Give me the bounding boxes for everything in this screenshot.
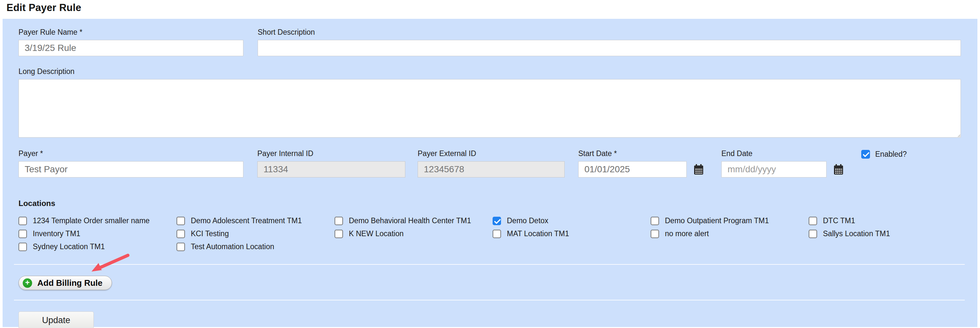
- location-checkbox[interactable]: [177, 230, 185, 238]
- location-checkbox[interactable]: [493, 217, 501, 225]
- location-label: KCI Testing: [191, 229, 229, 238]
- location-label: 1234 Template Order smaller name: [33, 217, 150, 225]
- location-checkbox[interactable]: [177, 217, 185, 225]
- locations-checkbox-grid: 1234 Template Order smaller name Demo Ad…: [19, 217, 961, 251]
- end-date-label: End Date: [721, 149, 843, 158]
- location-checkbox-item[interactable]: KCI Testing: [177, 229, 329, 238]
- add-billing-rule-button[interactable]: + Add Billing Rule: [19, 276, 112, 290]
- payer-field: Payer *: [19, 149, 243, 177]
- location-label: Demo Behavioral Health Center TM1: [349, 217, 471, 225]
- location-label: MAT Location TM1: [507, 229, 569, 238]
- location-checkbox[interactable]: [651, 230, 659, 238]
- payer-rule-name-label: Payer Rule Name *: [19, 28, 243, 37]
- payer-rule-name-field: Payer Rule Name *: [19, 28, 243, 56]
- payer-internal-id-field: Payer Internal ID: [257, 149, 405, 177]
- short-description-field: Short Description: [258, 28, 961, 56]
- payer-details-row: Payer * Payer Internal ID Payer External…: [19, 149, 961, 177]
- location-label: K NEW Location: [349, 229, 404, 238]
- location-checkbox[interactable]: [19, 243, 27, 251]
- location-checkbox-item[interactable]: Sydney Location TM1: [19, 242, 171, 251]
- location-label: Inventory TM1: [33, 229, 81, 238]
- location-label: DTC TM1: [823, 217, 855, 225]
- end-date-calendar-icon[interactable]: [834, 164, 843, 175]
- location-checkbox-item[interactable]: MAT Location TM1: [493, 229, 645, 238]
- location-checkbox[interactable]: [19, 217, 27, 225]
- name-description-row: Payer Rule Name * Short Description: [19, 28, 961, 56]
- enabled-checkbox[interactable]: [861, 150, 870, 159]
- location-checkbox[interactable]: [19, 230, 27, 238]
- payer-input[interactable]: [19, 161, 243, 177]
- location-checkbox[interactable]: [334, 230, 343, 238]
- page-title: Edit Payer Rule: [6, 2, 980, 14]
- payer-internal-id-label: Payer Internal ID: [257, 149, 405, 158]
- location-checkbox[interactable]: [177, 243, 185, 251]
- add-billing-rule-label: Add Billing Rule: [37, 278, 103, 288]
- enabled-label: Enabled?: [875, 150, 907, 159]
- short-description-label: Short Description: [258, 28, 961, 37]
- edit-payer-rule-panel: Payer Rule Name * Short Description Long…: [3, 19, 977, 327]
- section-divider: [14, 300, 965, 301]
- location-label: Sydney Location TM1: [33, 242, 105, 251]
- enabled-field: Enabled?: [861, 150, 907, 159]
- start-date-input[interactable]: [578, 161, 687, 177]
- payer-internal-id-input: [257, 161, 405, 177]
- check-icon: [494, 218, 501, 225]
- location-checkbox[interactable]: [493, 230, 501, 238]
- payer-external-id-label: Payer External ID: [418, 149, 565, 158]
- section-divider: [14, 264, 965, 265]
- start-date-field: Start Date *: [578, 149, 703, 177]
- location-checkbox[interactable]: [334, 217, 343, 225]
- location-checkbox-item[interactable]: Inventory TM1: [19, 229, 171, 238]
- add-plus-icon: +: [23, 279, 32, 288]
- location-label: Demo Adolescent Treatment TM1: [191, 217, 302, 225]
- location-checkbox-item[interactable]: Sallys Location TM1: [809, 229, 961, 238]
- long-description-field: Long Description: [19, 67, 961, 138]
- location-label: Demo Outpatient Program TM1: [665, 217, 769, 225]
- start-date-calendar-icon[interactable]: [694, 164, 703, 175]
- location-checkbox-item[interactable]: no more alert: [651, 229, 803, 238]
- location-checkbox-item[interactable]: 1234 Template Order smaller name: [19, 217, 171, 225]
- check-icon: [862, 151, 870, 158]
- payer-label: Payer *: [19, 149, 243, 158]
- location-checkbox-item[interactable]: Demo Adolescent Treatment TM1: [177, 217, 329, 225]
- long-description-label: Long Description: [19, 67, 961, 76]
- start-date-label: Start Date *: [578, 149, 703, 158]
- location-checkbox-item[interactable]: Demo Detox: [493, 217, 645, 225]
- location-checkbox-item[interactable]: Demo Behavioral Health Center TM1: [334, 217, 487, 225]
- short-description-input[interactable]: [258, 40, 961, 56]
- location-checkbox[interactable]: [651, 217, 659, 225]
- end-date-input[interactable]: [721, 161, 827, 177]
- location-checkbox[interactable]: [809, 230, 817, 238]
- end-date-field: End Date: [721, 149, 843, 177]
- location-checkbox-item[interactable]: Test Automation Location: [177, 242, 329, 251]
- payer-external-id-field: Payer External ID: [418, 149, 565, 177]
- location-label: Demo Detox: [507, 217, 549, 225]
- location-label: no more alert: [665, 229, 709, 238]
- payer-rule-name-input[interactable]: [19, 40, 243, 56]
- annotation-arrow-icon: [88, 253, 130, 274]
- location-label: Test Automation Location: [191, 242, 274, 251]
- location-label: Sallys Location TM1: [823, 229, 890, 238]
- long-description-textarea[interactable]: [19, 79, 961, 138]
- location-checkbox[interactable]: [809, 217, 817, 225]
- location-checkbox-item[interactable]: K NEW Location: [334, 229, 487, 238]
- location-checkbox-item[interactable]: Demo Outpatient Program TM1: [651, 217, 803, 225]
- payer-external-id-input: [418, 161, 565, 177]
- location-checkbox-item[interactable]: DTC TM1: [809, 217, 961, 225]
- locations-heading: Locations: [19, 199, 961, 208]
- update-button[interactable]: Update: [19, 312, 94, 328]
